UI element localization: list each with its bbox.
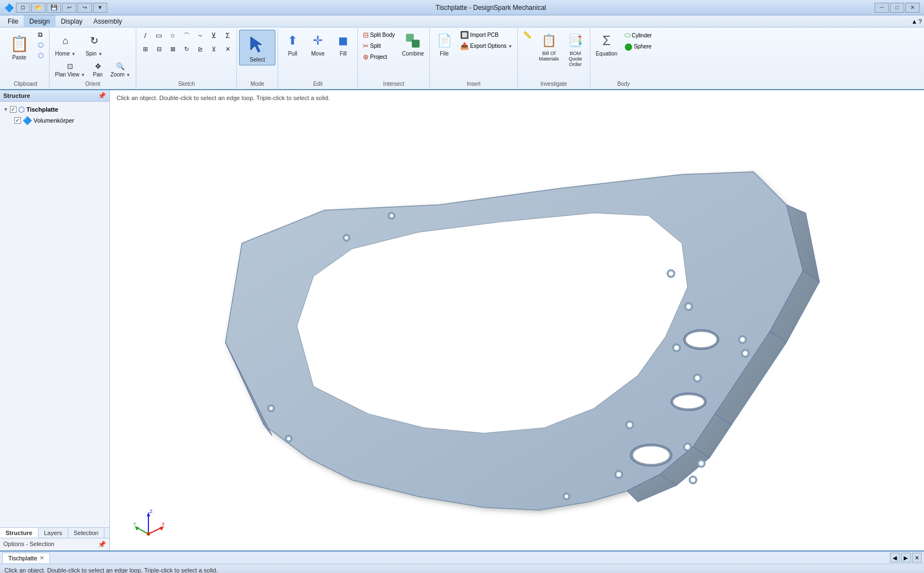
menu-design[interactable]: Design: [24, 15, 55, 27]
sketch-tool2g[interactable]: ✕: [221, 44, 234, 54]
volumen-icon: 🔷: [23, 116, 32, 125]
options-pin[interactable]: 📌: [98, 541, 106, 548]
sketch-tool2e[interactable]: ⊵: [193, 44, 207, 54]
fill-button[interactable]: ◼ Fill: [331, 30, 355, 59]
ribbon-minimize[interactable]: ▲: [911, 18, 917, 25]
svg-text:Y: Y: [133, 521, 136, 527]
main-layout: Structure 📌 ▼ ✓ ⬡ Tischplatte ✓ 🔷 Volume…: [0, 90, 924, 550]
menu-assembly[interactable]: Assembly: [88, 15, 128, 27]
sidebar: Structure 📌 ▼ ✓ ⬡ Tischplatte ✓ 🔷 Volume…: [0, 90, 110, 550]
cylinder-button[interactable]: ⬭ Cylinder: [622, 30, 655, 41]
tab-selection[interactable]: Selection: [68, 528, 104, 538]
copy-button[interactable]: ⧉: [35, 30, 47, 40]
import-pcb-button[interactable]: 🔲 Import PCB: [457, 30, 515, 40]
file-button[interactable]: 📄 File: [432, 30, 456, 59]
sketch-row1: / ▭ ○ ⌒ ~ ⊻: [139, 30, 234, 43]
home-button[interactable]: ⌂ Home ▼: [52, 30, 79, 59]
fill-icon: ◼: [334, 32, 352, 49]
spin-button[interactable]: ↻ Spin ▼: [80, 30, 108, 59]
sketch-tool2d[interactable]: ↻: [180, 44, 193, 54]
bom-quote-button[interactable]: 📑 BOMQuoteOrder: [563, 30, 588, 69]
obj-button[interactable]: ⬡: [35, 51, 47, 60]
ribbon-group-orient: ⌂ Home ▼ ↻ Spin ▼ ⊡ Plan View ▼ ✥: [49, 29, 136, 88]
move-button[interactable]: ✛ Move: [306, 30, 330, 59]
qa-undo[interactable]: ↩: [62, 3, 76, 13]
sketch-tool2a[interactable]: ⊞: [139, 44, 152, 54]
body-items: Σ Equation ⬭ Cylinder ⬤ Sphere: [593, 30, 655, 80]
edit-label: Edit: [313, 80, 323, 87]
small-hole-9-inner: [743, 351, 748, 356]
tree-checkbox-tischplatte[interactable]: ✓: [10, 106, 16, 113]
qa-redo[interactable]: ↪: [78, 3, 92, 13]
menubar: File Design Display Assembly ▲ ?: [0, 15, 924, 27]
spin-icon: ↻: [85, 32, 103, 49]
maximize-button[interactable]: □: [890, 3, 904, 13]
viewport[interactable]: Click an object. Double-click to select …: [110, 90, 924, 550]
investigate-col1: 📏: [520, 30, 534, 40]
help-btn[interactable]: ?: [919, 18, 922, 25]
tab-close-button[interactable]: ✕: [40, 555, 44, 561]
equation-icon: Σ: [597, 32, 615, 49]
svg-text:X: X: [162, 521, 165, 527]
paste-button[interactable]: 📋 Paste: [4, 30, 34, 63]
split-button[interactable]: ✂ Split: [360, 41, 397, 51]
insert-col2: 🔲 Import PCB 📤 Export Options ▼: [457, 30, 515, 51]
export-options-button[interactable]: 📤 Export Options ▼: [457, 41, 515, 51]
props-button[interactable]: ⬡: [35, 40, 47, 50]
insert-items: 📄 File 🔲 Import PCB 📤 Export Options ▼: [432, 30, 515, 80]
sketch-circle-button[interactable]: ○: [166, 30, 179, 43]
sketch-tool2f[interactable]: ⊻: [207, 44, 220, 54]
select-button[interactable]: Select: [239, 30, 275, 65]
tab-layers[interactable]: Layers: [38, 528, 68, 538]
hole-3-inner: [287, 437, 290, 440]
export-options-icon: 📤: [460, 42, 469, 50]
qa-new[interactable]: 🗋: [16, 3, 30, 13]
minimize-button[interactable]: ─: [875, 3, 889, 13]
body-label: Body: [617, 80, 630, 87]
small-hole-3-inner: [674, 346, 679, 350]
equation-button[interactable]: Σ Equation: [593, 30, 621, 59]
combine-button[interactable]: Combine: [399, 30, 427, 59]
menu-display[interactable]: Display: [56, 15, 88, 27]
sketch-tool2c[interactable]: ⊠: [166, 44, 179, 54]
zoom-button[interactable]: 🔍 Zoom ▼: [107, 59, 134, 80]
tab-nav-expand-btn[interactable]: ✕: [912, 553, 922, 563]
plan-view-button[interactable]: ⊡ Plan View ▼: [52, 59, 88, 80]
close-button[interactable]: ✕: [905, 3, 920, 13]
svg-rect-1: [412, 40, 420, 47]
intersect-col1: ⊟ Split Body ✂ Split ⊕ Project: [360, 30, 397, 62]
tree-checkbox-volumen[interactable]: ✓: [14, 117, 21, 124]
hole-1-inner: [345, 236, 348, 239]
ribbon-group-body: Σ Equation ⬭ Cylinder ⬤ Sphere Body: [590, 29, 657, 88]
tab-nav-left-btn[interactable]: ◀: [890, 553, 900, 563]
viewport-tab-tischplatte[interactable]: Tischplatte ✕: [2, 553, 50, 563]
tree-item-tischplatte[interactable]: ▼ ✓ ⬡ Tischplatte: [2, 104, 107, 115]
pan-button[interactable]: ✥ Pan: [90, 59, 106, 80]
sketch-constr-button[interactable]: ⊻: [207, 30, 220, 43]
sketch-line-button[interactable]: /: [139, 30, 152, 43]
project-button[interactable]: ⊕ Project: [360, 52, 397, 62]
sketch-rect-button[interactable]: ▭: [152, 30, 165, 43]
pull-button[interactable]: ⬆ Pull: [280, 30, 305, 59]
tab-bar: Tischplatte ✕ ◀ ▶ ✕: [0, 550, 924, 564]
menu-file[interactable]: File: [2, 15, 24, 27]
sidebar-pin[interactable]: 📌: [98, 92, 106, 100]
split-body-button[interactable]: ⊟ Split Body: [360, 30, 397, 40]
qa-more[interactable]: ▼: [93, 3, 107, 13]
tree-item-volumen[interactable]: ✓ 🔷 Volumenkörper: [13, 115, 107, 126]
sketch-arc-button[interactable]: ⌒: [180, 30, 193, 43]
tab-structure[interactable]: Structure: [0, 528, 38, 538]
sketch-spline-button[interactable]: ~: [193, 30, 207, 43]
bill-of-materials-button[interactable]: 📋 Bill OfMaterials: [535, 30, 562, 64]
sketch-tool2b[interactable]: ⊟: [152, 44, 165, 54]
sphere-button[interactable]: ⬤ Sphere: [622, 41, 655, 52]
sketch-dim-button[interactable]: Σ: [221, 30, 234, 43]
qa-open[interactable]: 📂: [31, 3, 46, 13]
qa-save[interactable]: 💾: [47, 3, 61, 13]
body-col2: ⬭ Cylinder ⬤ Sphere: [622, 30, 655, 52]
ribbon-group-mode: Select Mode: [237, 29, 278, 88]
measure-button[interactable]: 📏: [520, 30, 534, 40]
sketch-line-icon: /: [144, 31, 146, 40]
combine-icon: [404, 32, 422, 49]
tab-nav-right-btn[interactable]: ▶: [901, 553, 911, 563]
